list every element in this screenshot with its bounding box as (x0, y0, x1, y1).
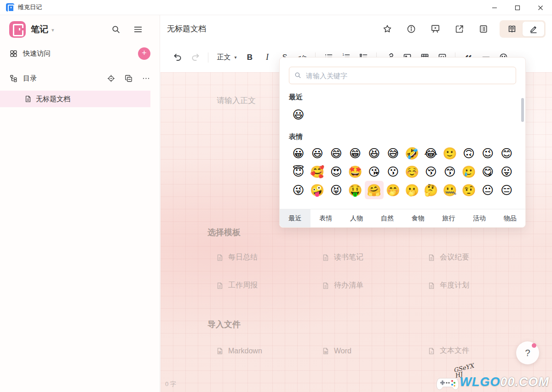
pencil-icon (529, 24, 539, 34)
emoji[interactable]: 😁 (346, 144, 365, 162)
paragraph-style-dropdown[interactable]: 正文▾ (213, 49, 241, 66)
emoji[interactable]: 🤑 (346, 181, 365, 199)
document-header: 无标题文档 (161, 15, 552, 42)
book-icon (507, 24, 517, 34)
recent-emoji-row: 😃 (289, 105, 516, 124)
presentation-icon[interactable] (430, 23, 441, 34)
help-button[interactable]: ? (516, 341, 539, 364)
emoji[interactable]: 😃 (308, 144, 327, 162)
template-item[interactable]: 会议纪要 (428, 253, 534, 262)
chevron-down-icon: ▾ (234, 55, 236, 60)
template-item[interactable]: 工作周报 (216, 281, 322, 290)
menu-icon[interactable] (133, 24, 143, 35)
emoji-tab[interactable]: 人物 (341, 209, 372, 227)
document-icon (322, 254, 329, 261)
template-item[interactable]: 待办清单 (322, 281, 428, 290)
emoji[interactable]: 😚 (421, 162, 440, 181)
workspace-title[interactable]: 笔记 (31, 23, 48, 35)
maximize-button[interactable] (506, 0, 529, 15)
emoji[interactable]: 😆 (365, 144, 384, 162)
smileys-heading: 表情 (289, 133, 516, 141)
emoji[interactable]: 🥲 (460, 162, 478, 181)
outline-icon[interactable] (478, 24, 489, 34)
emoji[interactable]: 😋 (478, 162, 497, 181)
emoji-tab[interactable]: 旅行 (433, 209, 464, 227)
emoji[interactable]: 🤗 (365, 181, 384, 199)
file-icon: W (322, 347, 329, 355)
emoji[interactable]: 🥰 (308, 162, 327, 181)
italic-button[interactable]: I (259, 49, 276, 66)
scrollbar-thumb[interactable] (521, 98, 524, 122)
add-note-button[interactable]: + (138, 47, 150, 60)
emoji[interactable]: 🤨 (460, 181, 478, 199)
emoji[interactable]: 😘 (365, 162, 384, 181)
info-icon[interactable] (406, 24, 416, 34)
emoji-tab[interactable]: 表情 (310, 209, 341, 227)
templates-heading: 选择模板 (207, 227, 241, 238)
notebook-icon (9, 21, 26, 38)
emoji[interactable]: 🤐 (440, 181, 459, 199)
redo-button[interactable] (186, 49, 204, 66)
emoji[interactable]: 😇 (289, 162, 308, 181)
emoji[interactable]: 😄 (327, 144, 345, 162)
emoji[interactable]: 😙 (440, 162, 459, 181)
emoji[interactable]: 😜 (289, 181, 308, 199)
emoji[interactable]: 😅 (384, 144, 402, 162)
document-item-selected[interactable]: 无标题文档 (0, 91, 150, 107)
undo-button[interactable] (169, 49, 186, 66)
emoji[interactable]: 😗 (384, 162, 402, 181)
emoji[interactable]: 🤩 (346, 162, 365, 181)
emoji[interactable]: 🤔 (421, 181, 440, 199)
word-count: 0 字 (165, 380, 176, 388)
collapse-panels-icon[interactable] (124, 74, 133, 83)
emoji[interactable]: 😐 (478, 181, 497, 199)
notification-dot (532, 343, 536, 348)
emoji[interactable]: 🙂 (440, 144, 459, 162)
emoji-tab[interactable]: 物品 (494, 209, 525, 227)
emoji[interactable]: 😂 (421, 144, 440, 162)
emoji[interactable]: 🤣 (402, 144, 421, 162)
edit-mode-button[interactable] (523, 22, 544, 36)
share-export-icon[interactable] (454, 24, 465, 34)
read-mode-button[interactable] (501, 22, 523, 36)
help-label: ? (525, 348, 530, 358)
template-item[interactable]: 读书笔记 (322, 253, 428, 262)
locate-icon[interactable] (107, 74, 115, 83)
emoji-tab[interactable]: 食物 (402, 209, 433, 227)
emoji[interactable]: ☺️ (402, 162, 421, 181)
emoji[interactable]: 😛 (497, 162, 516, 181)
emoji[interactable]: 😃 (289, 105, 308, 124)
search-icon[interactable] (111, 24, 121, 35)
emoji[interactable]: 🫢 (402, 181, 421, 199)
emoji[interactable]: 🤪 (308, 181, 327, 199)
template-item[interactable]: 每日总结 (216, 253, 322, 262)
more-icon[interactable] (142, 74, 150, 83)
directory-row[interactable]: 目录 (0, 69, 160, 88)
emoji-search-input[interactable] (289, 67, 516, 84)
emoji[interactable]: 😑 (497, 181, 516, 199)
emoji-tab[interactable]: 活动 (464, 209, 495, 227)
emoji[interactable]: 😀 (289, 144, 308, 162)
bold-button[interactable]: B (241, 49, 259, 66)
emoji-picker: 最近 😃 表情 😀😃😄😁😆😅🤣😂🙂🙃😉😊😇🥰😍🤩😘😗☺️😚😙🥲😋😛😜🤪😝🤑🤗🤭🫢… (279, 57, 526, 228)
favorite-star-icon[interactable] (382, 24, 392, 34)
import-item[interactable]: M Markdown (216, 346, 322, 356)
emoji[interactable]: 😉 (478, 144, 497, 162)
close-button[interactable] (529, 0, 552, 15)
emoji[interactable]: 😍 (327, 162, 345, 181)
template-item[interactable]: 年度计划 (428, 281, 534, 290)
emoji[interactable]: 🙃 (460, 144, 478, 162)
chevron-down-icon[interactable]: ▾ (52, 27, 54, 33)
minimize-button[interactable] (483, 0, 506, 15)
emoji[interactable]: 😊 (497, 144, 516, 162)
emoji[interactable]: 😝 (327, 181, 345, 199)
import-item[interactable]: W Word (322, 346, 428, 356)
quick-access-row[interactable]: 快速访问 + (0, 44, 160, 63)
emoji-tab[interactable]: 自然 (372, 209, 402, 227)
document-title[interactable]: 无标题文档 (167, 23, 206, 34)
emoji-tab[interactable]: 最近 (280, 209, 310, 227)
emoji-grid: 😀😃😄😁😆😅🤣😂🙂🙃😉😊😇🥰😍🤩😘😗☺️😚😙🥲😋😛😜🤪😝🤑🤗🤭🫢🤔🤐🤨😐😑 (289, 144, 516, 199)
titlebar: 维克日记 (0, 0, 552, 15)
emoji[interactable]: 🤭 (384, 181, 402, 199)
mode-toggle (500, 20, 546, 38)
